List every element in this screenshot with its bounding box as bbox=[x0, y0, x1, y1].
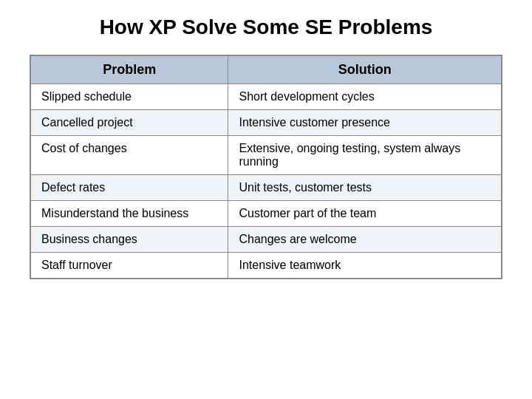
problem-cell: Defect rates bbox=[30, 174, 228, 200]
solution-cell: Extensive, ongoing testing, system alway… bbox=[228, 135, 502, 174]
problem-cell: Cost of changes bbox=[30, 135, 228, 174]
table-row: Staff turnoverIntensive teamwork bbox=[30, 252, 502, 279]
table-row: Misunderstand the businessCustomer part … bbox=[30, 200, 502, 226]
column-header-problem: Problem bbox=[30, 55, 228, 84]
problem-cell: Slipped schedule bbox=[30, 83, 228, 109]
page-title: How XP Solve Some SE Problems bbox=[100, 15, 433, 40]
problems-table: Problem Solution Slipped scheduleShort d… bbox=[30, 55, 502, 279]
table-row: Cost of changesExtensive, ongoing testin… bbox=[30, 135, 502, 174]
problem-cell: Misunderstand the business bbox=[30, 200, 228, 226]
problem-cell: Cancelled project bbox=[30, 109, 228, 135]
solution-cell: Intensive teamwork bbox=[228, 252, 502, 279]
solution-cell: Customer part of the team bbox=[228, 200, 502, 226]
problem-cell: Business changes bbox=[30, 226, 228, 252]
table-row: Slipped scheduleShort development cycles bbox=[30, 83, 502, 109]
table-row: Cancelled projectIntensive customer pres… bbox=[30, 109, 502, 135]
table-row: Business changesChanges are welcome bbox=[30, 226, 502, 252]
solution-cell: Unit tests, customer tests bbox=[228, 174, 502, 200]
solution-cell: Changes are welcome bbox=[228, 226, 502, 252]
column-header-solution: Solution bbox=[228, 55, 502, 84]
solution-cell: Short development cycles bbox=[228, 83, 502, 109]
solution-cell: Intensive customer presence bbox=[228, 109, 502, 135]
table-row: Defect ratesUnit tests, customer tests bbox=[30, 174, 502, 200]
problem-cell: Staff turnover bbox=[30, 252, 228, 279]
